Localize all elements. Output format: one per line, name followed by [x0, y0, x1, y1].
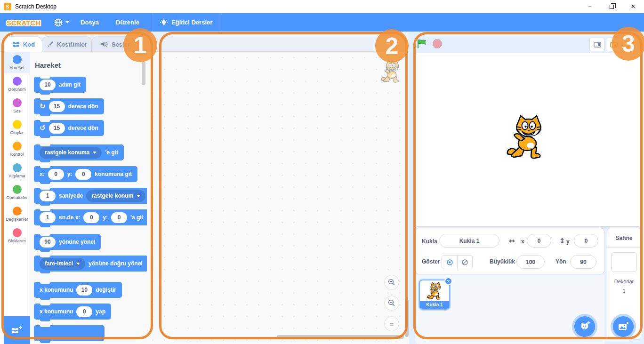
palette-scrollbar[interactable]	[142, 62, 145, 85]
zoom-reset-button[interactable]: =	[384, 316, 399, 331]
block-partial[interactable]	[34, 325, 105, 341]
scratch-logo[interactable]: SCRATCH	[6, 16, 41, 29]
sprite-name-input[interactable]: Kukla 1	[439, 234, 499, 248]
menu-tutorials[interactable]: Eğitici Dersler	[152, 14, 220, 32]
category-gorunum[interactable]: Görünüm	[4, 73, 30, 95]
steps-input[interactable]: 10	[40, 80, 56, 90]
block-goto[interactable]: rastgele konuma 'e git	[34, 144, 124, 160]
globe-icon	[54, 18, 63, 27]
goto-target-dropdown[interactable]: rastgele konuma	[40, 147, 102, 159]
menu-edit[interactable]: Düzenle	[107, 14, 148, 31]
code-workspace[interactable]	[147, 52, 409, 344]
show-label: Göster	[422, 258, 440, 265]
small-stage-button[interactable]	[589, 38, 605, 51]
category-ses[interactable]: Ses	[4, 95, 30, 117]
language-selector[interactable]	[51, 16, 72, 29]
seconds-input[interactable]: 1	[40, 212, 56, 223]
category-sidebar: Hareket Görünüm Ses Olaylar Kontrol Algı…	[4, 52, 30, 344]
block-glide[interactable]: 1 saniyede rastgele konum nokt	[34, 188, 147, 204]
size-input[interactable]: 100	[516, 255, 545, 269]
green-flag-button[interactable]	[416, 38, 427, 49]
y-input[interactable]: 0	[75, 169, 91, 180]
stage-sprite-cat[interactable]	[504, 114, 551, 161]
seconds-input[interactable]: 1	[40, 191, 56, 201]
delete-sprite-badge[interactable]: ✕	[444, 277, 452, 285]
y-position-input[interactable]: 0	[574, 234, 598, 248]
size-label: Büyüklük	[490, 258, 515, 265]
x-label: x	[521, 238, 524, 245]
backdrops-label: Dekorlar	[607, 279, 641, 284]
block-turn-clockwise[interactable]: ↻ 15 derece dön	[34, 98, 104, 114]
rotate-ccw-icon: ↺	[40, 124, 46, 132]
sprite-info-panel: Kukla Kukla 1 ↔ x 0 ↕ y 0 Göster Büyüklü…	[415, 228, 604, 274]
direction-input[interactable]: 90	[570, 255, 596, 269]
category-kontrol[interactable]: Kontrol	[4, 138, 30, 160]
category-color-dot	[13, 185, 22, 194]
block-point-direction[interactable]: 90 yönüne yönel	[34, 234, 101, 250]
category-degiskenler[interactable]: Değişkenler	[4, 203, 30, 225]
degrees-input[interactable]: 15	[49, 101, 65, 112]
point-target-dropdown[interactable]: fare-imleci	[40, 258, 85, 270]
minimize-button[interactable]: −	[579, 0, 601, 13]
zoom-in-button[interactable]	[384, 275, 399, 290]
category-olaylar[interactable]: Olaylar	[4, 117, 30, 138]
add-extension-button[interactable]	[4, 316, 30, 344]
add-sprite-button[interactable]	[574, 316, 595, 337]
x-input[interactable]: 0	[83, 212, 99, 223]
y-input[interactable]: 0	[111, 212, 127, 223]
direction-label: Yön	[555, 258, 566, 265]
category-bloklarim[interactable]: Bloklarım	[4, 225, 30, 247]
backdrops-count: 1	[607, 288, 641, 294]
sprite-thumbnail-kukla1[interactable]: Kukla 1 ✕	[419, 280, 450, 310]
category-color-dot	[13, 55, 22, 64]
block-turn-counterclockwise[interactable]: ↺ 15 derece dön	[34, 120, 104, 136]
block-point-towards[interactable]: fare-imleci yönüne doğru yönel	[34, 256, 147, 272]
show-sprite-button[interactable]	[442, 256, 457, 269]
dropdown-caret-icon	[93, 152, 97, 154]
backdrop-thumbnail[interactable]	[611, 252, 637, 272]
glide-target-dropdown[interactable]: rastgele konum	[86, 190, 145, 202]
add-backdrop-icon	[618, 321, 629, 332]
zoom-out-button[interactable]	[384, 296, 399, 311]
close-button[interactable]: ×	[622, 0, 644, 13]
eye-visible-icon	[446, 259, 453, 266]
degrees-input[interactable]: 15	[49, 123, 65, 134]
fullscreen-button[interactable]	[622, 38, 638, 51]
x-input[interactable]: 0	[76, 306, 92, 317]
window-title: Scratch Desktop	[15, 3, 56, 10]
x-position-input[interactable]: 0	[527, 234, 551, 248]
large-stage-button[interactable]	[606, 38, 621, 51]
block-move-steps[interactable]: 10 adım git	[34, 77, 86, 93]
palette-category-header: Hareket	[35, 61, 147, 69]
delete-icon: ✕	[447, 279, 451, 284]
divider	[607, 247, 641, 248]
brush-icon	[47, 41, 54, 48]
x-input[interactable]: 0	[48, 169, 64, 180]
block-glide-xy[interactable]: 1 sn.de x: 0 y: 0 'a git	[34, 209, 147, 225]
minimize-icon: −	[588, 3, 592, 10]
stop-button[interactable]	[432, 39, 443, 49]
workspace-horizontal-scrollbar[interactable]	[277, 335, 404, 339]
restore-button[interactable]	[601, 0, 622, 13]
category-color-dot	[13, 228, 22, 237]
menu-file[interactable]: Dosya	[72, 14, 107, 31]
tab-sounds[interactable]: Sesler	[91, 36, 139, 52]
language-caret-icon	[65, 21, 69, 24]
tab-costumes[interactable]: Kostümler	[41, 36, 92, 52]
hide-sprite-button[interactable]	[457, 256, 472, 269]
category-hareket[interactable]: Hareket	[4, 52, 30, 73]
dropdown-caret-icon	[137, 195, 140, 197]
add-backdrop-button[interactable]	[613, 316, 634, 337]
direction-input[interactable]: 90	[40, 237, 56, 248]
block-change-x[interactable]: x konumunu 10 değiştir	[34, 282, 122, 298]
delta-x-input[interactable]: 10	[76, 285, 92, 296]
block-goto-xy[interactable]: x: 0 y: 0 konumuna git	[34, 166, 137, 182]
eye-hidden-icon	[461, 259, 468, 266]
category-operatorler[interactable]: Operatörler	[4, 182, 30, 203]
category-algilama[interactable]: Algılama	[4, 160, 30, 182]
workspace-vertical-scrollbar[interactable]	[405, 299, 409, 337]
y-position-icon: ↕	[559, 237, 565, 245]
block-palette: Hareket 10 adım git ↻ 15 derece dön ↺ 15…	[30, 52, 147, 344]
block-set-x[interactable]: x konumunu 0 yap	[34, 304, 111, 320]
tab-code[interactable]: Kod	[5, 36, 42, 52]
